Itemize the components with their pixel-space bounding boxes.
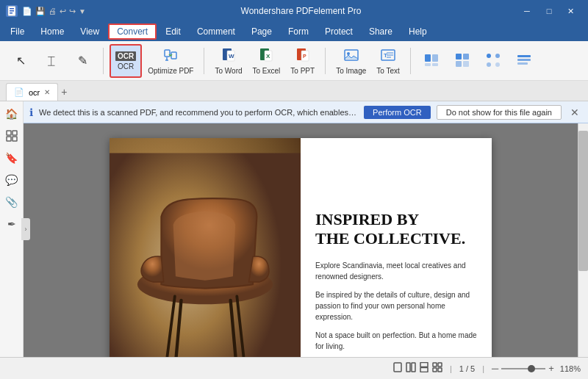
menu-edit[interactable]: Edit [158,24,188,40]
title-bar: 📄 💾 🖨 ↩ ↪ ▼ Wondershare PDFelement Pro ─… [0,0,588,22]
menu-form[interactable]: Form [281,24,316,40]
pdf-image-area [110,138,301,357]
zoom-out-icon[interactable]: ─ [492,363,498,374]
close-button[interactable]: ✕ [560,0,582,22]
menu-protect[interactable]: Protect [318,24,360,40]
select-tool-button[interactable]: ↖ [6,44,35,78]
zoom-controls: ─ + 118% [492,363,581,374]
to-text-button[interactable]: T To Text [372,44,404,78]
perform-ocr-button[interactable]: Perform OCR [364,106,431,119]
edit-button[interactable]: ✎ [68,44,97,78]
menu-share[interactable]: Share [362,24,400,40]
pdf-para1: Explore Scandinavia, meet local creative… [315,260,477,282]
svg-text:X: X [266,53,270,59]
to-text-label: To Text [376,67,400,75]
menu-page[interactable]: Page [244,24,279,40]
menu-file[interactable]: File [3,24,32,40]
svg-rect-50 [394,363,401,372]
svg-rect-25 [425,63,431,66]
to-ppt-button[interactable]: P To PPT [286,44,319,78]
sidebar-attachment-button[interactable]: 📎 [2,192,21,212]
save-icon[interactable]: 💾 [35,7,46,16]
ocr-label: OCR [118,62,134,71]
ocr-button[interactable]: OCR OCR [110,44,142,78]
print-icon[interactable]: 🖨 [49,7,57,15]
to-image-button[interactable]: To Image [331,44,370,78]
svg-point-34 [495,62,500,67]
more-icon-1 [423,52,440,70]
status-separator2: | [482,364,484,373]
svg-rect-38 [7,131,11,135]
menu-comment[interactable]: Comment [190,24,243,40]
view-scroll-icon[interactable] [419,362,429,375]
redo-icon[interactable]: ↪ [69,7,76,16]
menu-help[interactable]: Help [401,24,434,40]
dismiss-ocr-button[interactable]: Do not show for this file again [437,105,562,120]
zoom-in-icon[interactable]: + [548,363,554,374]
sidebar-comment-button[interactable]: 💬 [2,170,21,190]
edit-icon: ✎ [78,55,87,67]
to-ppt-label: To PPT [290,67,315,75]
optimize-pdf-button[interactable]: Optimize PDF [143,44,198,78]
svg-rect-30 [463,61,469,67]
more-tool-4[interactable] [509,44,539,78]
undo-icon[interactable]: ↩ [60,7,66,16]
ocr-close-button[interactable]: ✕ [567,107,582,118]
menu-view[interactable]: View [73,24,107,40]
svg-rect-57 [433,368,437,372]
sidebar-thumbnails-button[interactable] [2,126,21,145]
to-image-label: To Image [336,67,366,75]
svg-rect-23 [425,54,431,62]
add-tab-button[interactable]: + [61,83,67,101]
ocr-group: OCR OCR Optimize PDF [110,44,198,78]
sidebar-toggle-button[interactable]: › [21,218,30,240]
svg-rect-51 [406,363,410,372]
svg-rect-2 [10,10,14,12]
to-excel-button[interactable]: X To Excel [248,44,285,78]
sidebar-bookmark-button[interactable]: 🔖 [2,148,21,167]
chair-svg [110,138,301,357]
ppt-icon: P [295,47,311,65]
menu-home[interactable]: Home [33,24,71,40]
text-icon: T [380,47,396,65]
view-single-icon[interactable] [392,362,403,375]
page-number: 1 / 5 [459,364,475,373]
view-grid-icon[interactable] [432,362,442,375]
svg-rect-5 [171,52,176,59]
pdf-page: INSPIRED BY THE COLLECTIVE. Explore Scan… [110,138,492,357]
text-cursor-icon: ⌶ [48,55,55,67]
headline-line1: INSPIRED BY [315,210,419,228]
svg-rect-36 [517,59,531,61]
zoom-slider[interactable] [501,368,545,369]
ocr-tab[interactable]: 📄 ocr ✕ [6,83,58,101]
app-title: Wondershare PDFelement Pro [241,6,362,16]
menu-bar: File Home View Convert Edit Comment Page… [0,22,588,41]
status-bar: | 1 / 5 | ─ + 118% [0,357,588,379]
sidebar-home-button[interactable]: 🏠 [2,104,21,123]
more-tool-2[interactable] [448,44,477,78]
dropdown-icon[interactable]: ▼ [79,7,86,15]
svg-rect-54 [420,368,428,372]
more-tool-1[interactable] [417,44,446,78]
file-icon[interactable]: 📄 [22,7,32,16]
svg-rect-58 [438,368,442,372]
export-group: To Image T To Text [331,44,404,78]
title-bar-left: 📄 💾 🖨 ↩ ↪ ▼ [6,5,86,17]
more-tool-3[interactable] [478,44,508,78]
svg-text:P: P [303,54,306,59]
svg-rect-27 [456,54,462,59]
to-word-label: To Word [215,67,242,75]
zoom-handle[interactable] [528,365,535,372]
minimize-button[interactable]: ─ [516,0,538,22]
text-select-button[interactable]: ⌶ [37,44,66,78]
menu-convert[interactable]: Convert [108,24,157,40]
maximize-button[interactable]: □ [538,0,560,22]
view-double-icon[interactable] [406,362,416,375]
select-tools-group: ↖ ⌶ ✎ [6,44,97,78]
sidebar-signature-button[interactable]: ✒ [2,214,21,234]
to-word-button[interactable]: W To Word [210,44,246,78]
scroll-thumb[interactable] [578,131,588,271]
tab-close-button[interactable]: ✕ [44,88,50,96]
image-icon [343,47,359,65]
optimize-icon [162,47,179,65]
